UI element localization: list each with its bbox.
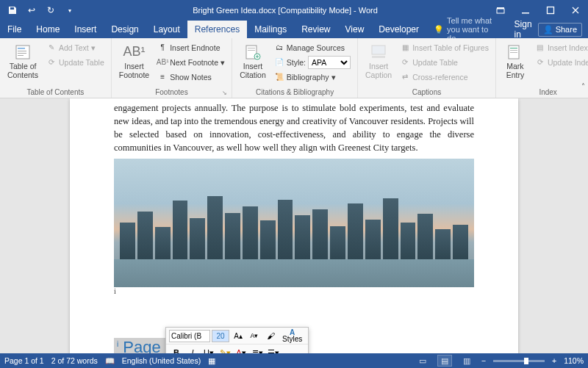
sign-in-link[interactable]: Sign in [514,19,532,40]
numbering-icon[interactable]: ☰▾ [266,346,281,353]
tab-developer[interactable]: Developer [371,21,426,38]
body-paragraph[interactable]: engagement projects annually. The purpos… [114,98,474,155]
tab-mailings[interactable]: Mailings [247,21,294,38]
web-layout-icon[interactable]: ▥ [459,355,474,367]
tab-insert[interactable]: Insert [67,21,104,38]
svg-rect-8 [18,55,24,56]
print-layout-icon[interactable]: ▤ [437,355,452,367]
close-icon[interactable] [563,0,588,21]
toc-label: Table of Contents [7,62,38,79]
mark-entry-label: Mark Entry [506,62,525,79]
maximize-icon[interactable] [538,0,563,21]
update-icon: ⟳ [400,57,410,68]
tab-view[interactable]: View [338,21,372,38]
macro-icon[interactable]: ▦ [208,356,215,365]
svg-rect-17 [510,50,517,51]
tof-icon: ▦ [400,43,410,53]
svg-rect-3 [548,7,554,14]
svg-rect-6 [18,51,26,51]
tab-layout[interactable]: Layout [146,21,187,38]
bullets-icon[interactable]: ≣▾ [250,346,265,353]
svg-rect-5 [18,48,25,49]
undo-icon[interactable]: ↩ [24,2,40,18]
insert-index-button[interactable]: ▤Insert Index [533,40,588,54]
increase-font-icon[interactable]: A▴ [231,329,245,342]
footnotes-dialog-icon[interactable]: ↘ [222,90,227,96]
svg-rect-1 [497,7,504,9]
update-captions-button[interactable]: ⟳Update Table [398,55,491,69]
insert-caption-label: Insert Caption [365,62,392,79]
svg-rect-0 [497,9,504,13]
group-label-citations: Citations & Bibliography [237,87,353,98]
toc-button[interactable]: Table of Contents [4,40,41,81]
style-selector[interactable]: 📄 Style: APA [272,55,353,69]
bibliography-button[interactable]: 📜Bibliography ▾ [272,70,353,84]
inline-image[interactable] [114,159,474,287]
add-text-button[interactable]: ✎Add Text ▾ [44,40,107,54]
format-painter-icon[interactable]: 🖌 [263,329,278,342]
zoom-slider[interactable] [493,360,545,362]
cross-reference-button[interactable]: ⇄Cross-reference [398,70,491,84]
insert-footnote-label: Insert Footnote [119,62,149,79]
svg-rect-10 [248,48,255,48]
save-icon[interactable] [4,2,21,18]
group-label-index: Index [501,87,588,98]
update-index-button[interactable]: ⟳Update Index [533,55,588,69]
tab-home[interactable]: Home [29,21,67,38]
qat-dropdown-icon[interactable]: ▾ [62,2,78,18]
document-page[interactable]: engagement projects annually. The purpos… [70,98,518,353]
insert-endnote-button[interactable]: ¶Insert Endnote [155,40,227,54]
underline-icon[interactable]: U▾ [201,346,216,353]
window-controls [488,0,588,21]
insert-caption-button[interactable]: Insert Caption [362,40,395,81]
svg-rect-7 [18,53,26,54]
toc-icon [12,42,33,62]
word-count[interactable]: 2 of 72 words [51,356,98,365]
group-citations: Insert Citation 🗂Manage Sources 📄 Style:… [232,38,358,98]
insert-footnote-button[interactable]: AB¹ Insert Footnote [116,40,152,81]
read-mode-icon[interactable]: ▭ [415,355,430,367]
styles-button[interactable]: A Styles [279,329,305,342]
update-icon: ⟳ [535,57,545,68]
insert-tof-button[interactable]: ▦Insert Table of Figures [398,40,491,54]
language-status[interactable]: English (United States) [122,356,201,365]
sources-icon: 🗂 [274,43,284,53]
font-name-input[interactable] [169,330,210,342]
highlight-icon[interactable]: ✎▾ [218,346,232,353]
tell-me[interactable]: 💡 Tell me what you want to do... [426,21,509,38]
redo-icon[interactable]: ↻ [43,2,59,18]
share-button[interactable]: 👤 Share [538,23,582,37]
decrease-font-icon[interactable]: A▾ [247,329,262,342]
zoom-out-icon[interactable]: − [481,356,486,365]
footnote-reference[interactable]: i [114,287,474,295]
spellcheck-icon[interactable]: 📖 [105,356,115,366]
ribbon: Table of Contents ✎Add Text ▾ ⟳Update Ta… [0,38,588,98]
update-toc-button[interactable]: ⟳Update Table [44,55,107,69]
insert-citation-button[interactable]: Insert Citation [237,40,269,81]
minimize-icon[interactable] [513,0,538,21]
insert-citation-label: Insert Citation [240,62,266,79]
bold-icon[interactable]: B [169,346,184,353]
svg-rect-13 [372,46,385,54]
tab-references[interactable]: References [187,21,247,38]
citation-style-select[interactable]: APA [308,56,351,69]
add-text-icon: ✎ [46,43,57,53]
next-footnote-button[interactable]: AB¹Next Footnote ▾ [155,55,227,69]
mark-entry-button[interactable]: Mark Entry [501,40,530,81]
font-size-input[interactable] [212,330,229,342]
tab-review[interactable]: Review [294,21,337,38]
collapse-ribbon-icon[interactable]: ˄ [581,82,585,90]
tab-file[interactable]: File [0,21,29,38]
crossref-icon: ⇄ [400,72,410,82]
font-color-icon[interactable]: A▾ [234,346,248,353]
italic-icon[interactable]: I [185,346,200,353]
zoom-level[interactable]: 110% [564,356,584,365]
manage-sources-button[interactable]: 🗂Manage Sources [272,40,353,54]
zoom-in-icon[interactable]: + [552,356,556,365]
document-area[interactable]: engagement projects annually. The purpos… [0,98,588,353]
show-notes-button[interactable]: ≡Show Notes [155,70,227,84]
page-count[interactable]: Page 1 of 1 [4,356,44,365]
endnote-icon: ¶ [157,43,168,53]
tab-design[interactable]: Design [104,21,146,38]
share-label: Share [556,25,577,34]
